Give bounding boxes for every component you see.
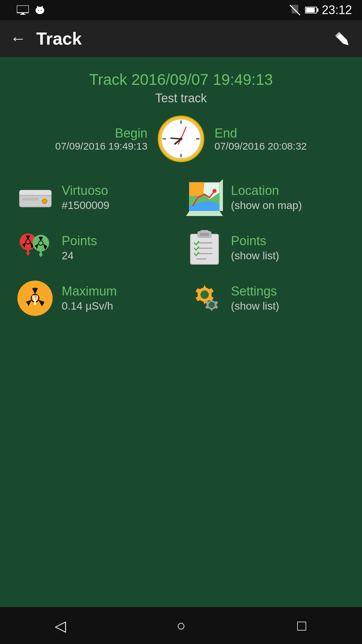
end-value: 07/09/2016 20:08:32 [215,141,349,152]
location-item[interactable]: Location (show on map) [183,176,349,219]
points-list-label: Points [231,234,279,248]
svg-rect-54 [200,230,208,232]
device-item[interactable]: Virtuoso #1500009 [13,176,179,219]
track-header: Track 2016/09/07 19:49:13 Test track [13,70,349,105]
bottom-nav: ◁ ○ □ [0,607,362,644]
status-time: 23:12 [322,3,352,17]
info-grid: Virtuoso #1500009 [13,176,349,320]
svg-rect-49 [200,233,209,236]
time-section: Begin 07/09/2016 19:49:13 [13,115,349,162]
svg-rect-0 [17,5,29,13]
location-value: (show on map) [231,199,302,212]
page-title: Track [36,29,332,49]
svg-rect-5 [43,9,44,12]
svg-point-42 [26,239,30,244]
svg-point-10 [38,10,39,11]
points-list-text: Points (show list) [231,234,279,262]
toolbar: ← Track [0,20,362,57]
svg-line-25 [171,138,181,139]
back-button[interactable]: ← [10,31,26,47]
points-count-item[interactable]: Points 24 [13,226,179,270]
begin-time-block: Begin 07/09/2016 19:49:13 [13,126,158,152]
svg-point-11 [41,10,42,11]
points-count-value: 24 [62,250,97,262]
maximum-item[interactable]: γ Maximum 0.14 µSv/h [13,276,179,320]
svg-marker-39 [189,182,204,196]
device-label: Virtuoso [62,183,109,198]
maximum-value: 0.14 µSv/h [62,300,117,312]
maximum-text: Maximum 0.14 µSv/h [62,284,117,312]
svg-marker-46 [39,254,43,257]
clipboard-icon [186,229,223,266]
svg-point-59 [200,290,209,299]
points-list-value: (show list) [231,250,279,262]
points-count-text: Points 24 [62,234,97,262]
svg-marker-35 [220,179,223,211]
map-icon [186,179,223,216]
location-text: Location (show on map) [231,183,302,212]
svg-rect-33 [22,198,39,201]
android-icon [34,4,46,16]
nav-home-button[interactable]: ○ [168,612,194,639]
svg-text:γ: γ [32,289,38,305]
device-text: Virtuoso #1500009 [62,183,109,212]
svg-point-61 [208,302,215,308]
svg-point-28 [180,138,182,140]
begin-label: Begin [13,126,147,141]
radiation-pins-icon [17,229,54,266]
settings-value: (show list) [231,300,279,312]
battery-icon [305,7,317,13]
screen-icon [17,5,29,15]
maximum-label: Maximum [62,284,117,299]
svg-point-32 [42,199,47,204]
svg-point-7 [37,6,38,7]
status-bar: 23:12 [0,0,362,20]
nav-recent-button[interactable]: □ [288,612,315,639]
sim-icon [290,5,300,15]
svg-point-45 [39,240,43,245]
main-content: Track 2016/09/07 19:49:13 Test track Beg… [0,57,362,607]
points-count-label: Points [62,234,97,248]
svg-rect-1 [21,13,24,14]
settings-icon [186,280,223,317]
clock-icon [158,115,204,162]
svg-point-40 [213,189,217,193]
nav-back-button[interactable]: ◁ [47,612,74,639]
begin-value: 07/09/2016 19:49:13 [13,141,147,152]
edit-icon[interactable] [332,29,352,49]
svg-rect-31 [19,195,51,196]
svg-point-9 [42,6,43,7]
settings-label: Settings [231,284,279,299]
svg-rect-4 [36,9,37,12]
radiation-max-icon: γ [17,280,54,317]
svg-marker-43 [26,253,30,256]
svg-rect-2 [20,14,25,15]
track-title: Track 2016/09/07 19:49:13 [13,70,349,89]
end-time-block: End 07/09/2016 20:08:32 [204,126,349,152]
device-icon [17,179,54,216]
points-list-item[interactable]: Points (show list) [183,226,349,270]
track-subtitle: Test track [13,91,349,105]
settings-item[interactable]: Settings (show list) [183,276,349,320]
device-value: #1500009 [62,199,109,212]
end-label: End [215,126,349,141]
svg-marker-36 [186,211,223,216]
location-label: Location [231,183,302,198]
settings-text: Settings (show list) [231,284,279,312]
